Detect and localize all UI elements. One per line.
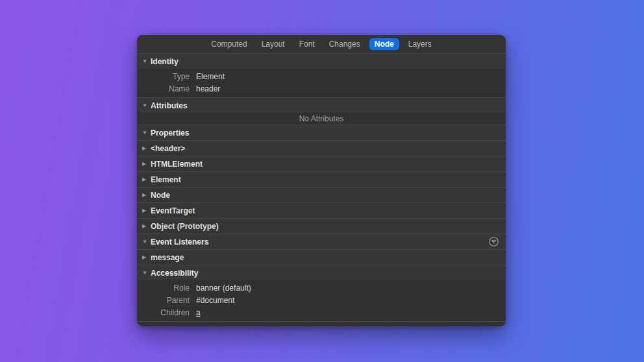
panel-footer xyxy=(137,321,506,326)
accessibility-children-row: Children a xyxy=(137,306,506,319)
section-header-attributes[interactable]: ▼ Attributes xyxy=(137,97,506,113)
field-value: header xyxy=(196,84,220,93)
field-label: Role xyxy=(137,284,190,293)
accessibility-content: Role banner (default) Parent #document C… xyxy=(137,280,506,321)
disclosure-expanded-icon[interactable]: ▼ xyxy=(142,239,151,245)
disclosure-collapsed-icon[interactable]: ▶ xyxy=(142,162,151,167)
inspector-details-panel: Computed Layout Font Changes Node Layers… xyxy=(137,35,506,326)
property-group-label: HTMLElement xyxy=(151,160,203,169)
section-title: Event Listeners xyxy=(151,237,208,247)
identity-name-row: Name header xyxy=(137,82,506,95)
section-title: Accessibility xyxy=(151,269,198,278)
section-title: Attributes xyxy=(151,101,188,110)
property-group-label: Node xyxy=(151,191,170,200)
property-group-eventtarget[interactable]: ▶ EventTarget xyxy=(137,202,506,218)
field-value: banner (default) xyxy=(196,284,251,293)
section-header-properties[interactable]: ▼ Properties xyxy=(137,125,506,140)
disclosure-collapsed-icon[interactable]: ▶ xyxy=(142,224,151,229)
property-group-label: Object (Prototype) xyxy=(151,222,219,231)
accessibility-parent-row: Parent #document xyxy=(137,294,506,306)
details-tabbar: Computed Layout Font Changes Node Layers xyxy=(137,35,506,53)
disclosure-collapsed-icon[interactable]: ▶ xyxy=(142,146,151,151)
field-value: #document xyxy=(196,296,234,305)
section-title: Properties xyxy=(151,128,189,138)
disclosure-expanded-icon[interactable]: ▼ xyxy=(142,103,151,108)
attributes-content: No Attributes xyxy=(137,113,506,125)
tab-changes[interactable]: Changes xyxy=(324,38,365,50)
tab-layers[interactable]: Layers xyxy=(403,38,437,50)
property-group-label: <header> xyxy=(151,144,185,153)
disclosure-expanded-icon[interactable]: ▼ xyxy=(142,130,151,136)
identity-content: Type Element Name header xyxy=(137,69,506,97)
event-listener-message[interactable]: ▶ message xyxy=(137,249,506,265)
section-header-identity[interactable]: ▼ Identity xyxy=(137,53,506,69)
disclosure-collapsed-icon[interactable]: ▶ xyxy=(142,177,151,182)
section-header-event-listeners[interactable]: ▼ Event Listeners xyxy=(137,234,506,249)
event-listener-label: message xyxy=(151,253,184,262)
event-listeners-filter-button[interactable] xyxy=(488,236,499,247)
property-group-element[interactable]: ▶ Element xyxy=(137,171,506,187)
tab-computed[interactable]: Computed xyxy=(206,38,252,50)
section-header-accessibility[interactable]: ▼ Accessibility xyxy=(137,265,506,280)
field-value: Element xyxy=(196,72,225,81)
disclosure-expanded-icon[interactable]: ▼ xyxy=(142,59,151,64)
tab-layout[interactable]: Layout xyxy=(256,38,290,50)
tab-font[interactable]: Font xyxy=(294,38,320,50)
no-attributes-text: No Attributes xyxy=(137,113,506,125)
tab-node[interactable]: Node xyxy=(369,38,399,50)
property-group-header-tag[interactable]: ▶ <header> xyxy=(137,140,506,156)
accessibility-role-row: Role banner (default) xyxy=(137,282,506,294)
property-group-object-prototype[interactable]: ▶ Object (Prototype) xyxy=(137,218,506,234)
field-label: Name xyxy=(137,84,190,93)
property-group-label: Element xyxy=(151,175,181,184)
section-title: Identity xyxy=(151,57,179,66)
property-group-htmlelement[interactable]: ▶ HTMLElement xyxy=(137,156,506,171)
disclosure-collapsed-icon[interactable]: ▶ xyxy=(142,208,151,213)
disclosure-collapsed-icon[interactable]: ▶ xyxy=(142,255,151,260)
property-group-node[interactable]: ▶ Node xyxy=(137,187,506,202)
filter-icon xyxy=(489,237,499,247)
children-node-link[interactable]: a xyxy=(196,308,201,317)
disclosure-collapsed-icon[interactable]: ▶ xyxy=(142,193,151,198)
identity-type-row: Type Element xyxy=(137,70,506,82)
field-label: Parent xyxy=(137,296,190,305)
field-label: Type xyxy=(137,72,190,81)
property-group-label: EventTarget xyxy=(151,206,195,215)
field-label: Children xyxy=(137,308,190,317)
disclosure-expanded-icon[interactable]: ▼ xyxy=(142,271,151,276)
